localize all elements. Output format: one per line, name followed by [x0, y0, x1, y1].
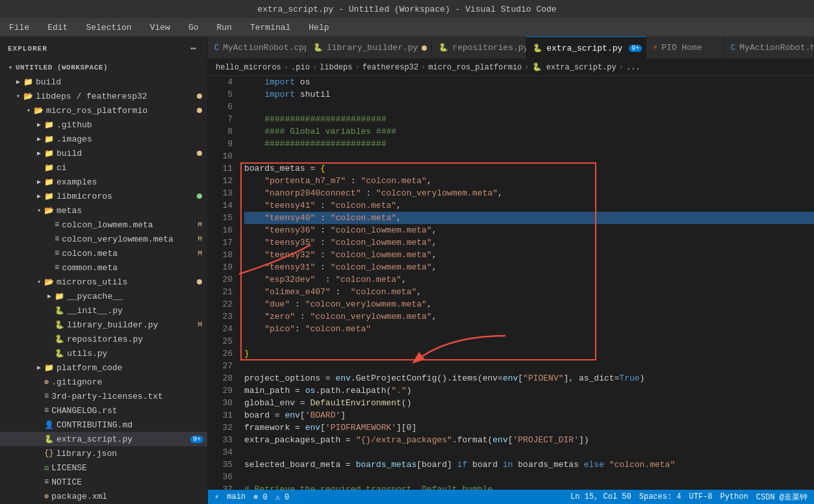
breadcrumb-part[interactable]: libdeps	[320, 63, 352, 72]
modified-badge: M	[197, 221, 202, 229]
sidebar-item-platform-code[interactable]: ▶ 📁 platform_code	[0, 360, 207, 375]
code-wrapper[interactable]: import os import shutil ################…	[239, 76, 814, 490]
code-line: "nanorp2040connect" : "colcon_verylowmem…	[244, 187, 814, 199]
sidebar-item-metas[interactable]: ▾ 📂 metas	[0, 203, 207, 218]
menu-help[interactable]: Help	[305, 21, 333, 34]
breadcrumb-part[interactable]: micro_ros_platformio	[428, 63, 522, 72]
menu-file[interactable]: File	[5, 21, 33, 34]
sidebar-item-contributing[interactable]: ▶ 👤 CONTRIBUTING.md	[0, 418, 207, 432]
line-number: 5	[210, 88, 233, 101]
sidebar-item-libdeps[interactable]: ▾ 📂 libdeps / featheresp32	[0, 89, 207, 103]
breadcrumb-part[interactable]: featheresp32	[362, 63, 418, 72]
line-number: 8	[210, 125, 233, 138]
status-bar: ⚡ main ⊗ 0 ⚠ 0 Ln 15, Col 50 Spaces: 4 U…	[208, 490, 814, 504]
menu-bar: File Edit Selection View Go Run Terminal…	[0, 18, 814, 36]
sidebar-item-ci[interactable]: ▶ 📁 ci	[0, 160, 207, 175]
folder-icon: 📁	[44, 177, 54, 187]
sidebar-item-label: libmicroros	[57, 192, 112, 201]
sidebar-item-github[interactable]: ▶ 📁 .github	[0, 118, 207, 132]
line-number: 37	[210, 483, 233, 490]
sidebar-item-changelog[interactable]: ▶ ≡ CHANGELOG.rst	[0, 403, 207, 418]
code-line: }	[244, 347, 814, 360]
rst-file-icon: ≡	[44, 406, 49, 415]
git-branch: main	[227, 492, 246, 501]
modified-dot	[197, 108, 202, 113]
new-file-icon[interactable]: ⋯	[188, 42, 199, 55]
status-right: Ln 15, Col 50 Spaces: 4 UTF-8 Python CSD…	[570, 492, 808, 503]
breadcrumb-sep: ›	[284, 63, 288, 72]
breadcrumb-part[interactable]: hello_microros	[216, 63, 281, 72]
sidebar-item-label: colcon_lowmem.meta	[62, 220, 153, 230]
code-line: # Retrieve the required transport. Defau…	[244, 483, 814, 490]
sidebar-item-library-json[interactable]: ▶ {} library.json	[0, 446, 207, 460]
py-file-icon: 🐍	[55, 334, 64, 344]
sidebar-item-init[interactable]: ▶ 🐍 __init__.py	[0, 303, 207, 318]
tabs-bar: C MyActionRobot.cpp 🐍 library_builder.py…	[208, 36, 814, 59]
code-line	[244, 335, 814, 347]
sidebar-item-repositories[interactable]: ▶ 🐍 repositories.py	[0, 332, 207, 346]
sidebar-item-common[interactable]: ▶ ≡ common.meta	[0, 260, 207, 275]
sidebar-item-library-builder[interactable]: ▶ 🐍 library_builder.py M	[0, 318, 207, 332]
tab-modified-dot	[422, 45, 427, 51]
menu-run[interactable]: Run	[212, 21, 235, 34]
sidebar-item-microros-utils[interactable]: ▾ 📂 microros_utils	[0, 275, 207, 289]
menu-go[interactable]: Go	[184, 21, 203, 34]
line-number: 32	[210, 422, 233, 434]
breadcrumb-part[interactable]: ...	[626, 63, 641, 72]
sidebar-item-examples[interactable]: ▶ 📁 examples	[0, 175, 207, 189]
folder-icon: 📁	[44, 363, 54, 373]
sidebar-item-extra-script[interactable]: ▶ 🐍 extra_script.py 9+	[0, 432, 207, 446]
code-line: ########################	[244, 138, 814, 150]
sidebar-item-license[interactable]: ▶ ⚖ LICENSE	[0, 460, 207, 475]
sidebar-item-images[interactable]: ▶ 📁 .images	[0, 132, 207, 146]
sidebar-item-notice[interactable]: ▶ ≡ NOTICE	[0, 475, 207, 489]
sidebar-item-build[interactable]: ▶ 📁 build	[0, 146, 207, 160]
sidebar-item-colcon[interactable]: ▶ ≡ colcon.meta M	[0, 246, 207, 260]
menu-view[interactable]: View	[146, 21, 174, 34]
sidebar-item-utils[interactable]: ▶ 🐍 utils.py	[0, 346, 207, 360]
code-editor[interactable]: import os import shutil ################…	[239, 76, 814, 490]
sidebar-item-gitignore[interactable]: ▶ ⊛ .gitignore	[0, 375, 207, 389]
code-line: "teensy35" : "colcon_lowmem.meta",	[244, 236, 814, 249]
tab-extra-script[interactable]: 🐍 extra_script.py 9+ ×	[526, 36, 646, 59]
tab-library-builder[interactable]: 🐍 library_builder.py M	[307, 36, 432, 59]
tab-repositories[interactable]: 🐍 repositories.py	[432, 36, 526, 59]
modified-badge: M	[197, 235, 202, 243]
tab-badge: 9+	[629, 45, 642, 52]
folder-open-icon: 📂	[44, 206, 54, 216]
sidebar-item-label: .github	[57, 120, 92, 130]
tab-myactionrobot-h[interactable]: C MyActionRobot.h	[724, 36, 814, 59]
sidebar-item-colcon-verylowmem[interactable]: ▶ ≡ colcon_verylowmem.meta M	[0, 232, 207, 246]
micro-ros-arrow: ▾	[23, 107, 34, 114]
folder-icon: 📁	[44, 163, 54, 173]
folder-icon: 📁	[44, 192, 54, 201]
sidebar-item-3rdparty[interactable]: ▶ ≡ 3rd-party-licenses.txt	[0, 389, 207, 403]
modified-badge: M	[197, 321, 202, 329]
sidebar-item-label: library_builder.py	[67, 320, 158, 330]
sidebar-item-package-xml[interactable]: ▶ ⊗ package.xml	[0, 489, 207, 503]
sidebar-item-colcon-lowmem[interactable]: ▶ ≡ colcon_lowmem.meta M	[0, 218, 207, 232]
sidebar-item-libmicroros[interactable]: ▶ 📁 libmicroros	[0, 189, 207, 203]
code-line: #### Global variables ####	[244, 125, 814, 138]
menu-selection[interactable]: Selection	[82, 21, 135, 34]
sidebar-item-label: package.xml	[51, 492, 107, 501]
menu-terminal[interactable]: Terminal	[246, 21, 294, 34]
workspace-root[interactable]: ▾ UNTITLED (WORKSPACE)	[0, 60, 207, 75]
line-number: 22	[210, 298, 233, 310]
notice-file-icon: ≡	[44, 477, 49, 486]
sidebar: EXPLORER ⋯ ▾ UNTITLED (WORKSPACE) ▶ 📁 bu…	[0, 36, 208, 504]
breadcrumb-part[interactable]: .pio	[291, 63, 310, 72]
code-line	[244, 471, 814, 483]
tab-myactionrobot-cpp[interactable]: C MyActionRobot.cpp	[208, 36, 307, 59]
sidebar-item-label: build	[57, 149, 82, 158]
breadcrumb-part[interactable]: 🐍 extra_script.py	[532, 62, 617, 72]
line-number: 23	[210, 310, 233, 323]
tab-pio-home[interactable]: ⚡ PIO Home	[646, 36, 724, 59]
menu-edit[interactable]: Edit	[44, 21, 71, 34]
sidebar-item-micro-ros[interactable]: ▾ 📂 micro_ros_platformio	[0, 103, 207, 118]
sidebar-item-pycache[interactable]: ▶ 📁 __pycache__	[0, 289, 207, 303]
line-number: 19	[210, 261, 233, 273]
sidebar-item-label: ci	[57, 163, 67, 173]
sidebar-item-build-root[interactable]: ▶ 📁 build	[0, 75, 207, 89]
code-line: selected_board_meta = boards_metas[board…	[244, 459, 814, 471]
